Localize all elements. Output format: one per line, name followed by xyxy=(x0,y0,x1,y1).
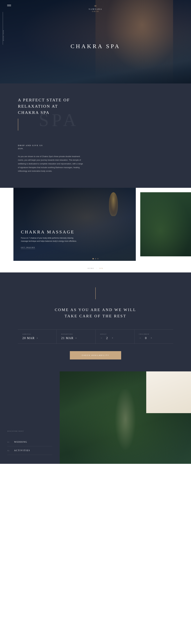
discover-num-02: 02 xyxy=(8,450,11,452)
glass-decoration xyxy=(109,192,118,216)
about-section: A PERFECT STATE OFRELAXATION ATCHAKRA SP… xyxy=(0,84,191,188)
breadcrumb: HOME / SPA xyxy=(88,268,103,269)
carousel-overlay xyxy=(14,188,136,261)
discover-name-activities: ACTIVITIES xyxy=(14,449,30,452)
carousel-dot-2[interactable] xyxy=(95,258,96,259)
vertical-accent-line xyxy=(18,119,18,130)
get-inquiry-button[interactable]: GET INQUIRY xyxy=(21,247,35,249)
carousel-dot-1[interactable] xyxy=(93,258,94,259)
departure-field: DEPARTURE 21 MAR ∧ xyxy=(57,330,96,344)
hero-model-image xyxy=(96,0,173,84)
discover-item-activities[interactable]: 02 ACTIVITIES xyxy=(8,446,52,455)
children-value-row: − 0 + xyxy=(139,336,169,340)
discover-left-panel: DISCOVER NEXT 01 WEDDING 02 ACTIVITIES xyxy=(0,372,60,464)
spa-watermark-container: SPA xyxy=(27,117,173,129)
discover-label: DISCOVER NEXT xyxy=(8,430,52,432)
discover-num-01: 01 xyxy=(8,441,11,443)
arrival-label: ARRIVAL xyxy=(22,334,52,335)
logo-infinity-icon: ∞ xyxy=(94,4,97,8)
adult-value: 2 xyxy=(105,336,109,340)
discover-section: DISCOVER NEXT 01 WEDDING 02 ACTIVITIES xyxy=(0,372,191,464)
discover-right-panel xyxy=(60,372,191,464)
booking-heading: COME AS YOU ARE AND WE WILL TAKE CARE OF… xyxy=(55,307,136,319)
breadcrumb-separator: / xyxy=(96,268,97,269)
drop-heading-area: DROP AND GIVE USZEN. xyxy=(18,136,173,150)
breadcrumb-bar: HOME / SPA xyxy=(0,262,191,272)
drop-heading: DROP AND GIVE USZEN. xyxy=(18,144,173,150)
hero-title: CHAKRA SPA xyxy=(71,43,120,50)
logo-sub: UBUD xyxy=(92,10,99,12)
departure-chevron-icon[interactable]: ∧ xyxy=(75,337,77,339)
check-availability-button[interactable]: CHECK AVAILABILITY xyxy=(70,351,121,360)
breadcrumb-home[interactable]: HOME xyxy=(88,268,94,269)
booking-accent-line xyxy=(95,287,96,299)
discover-figure xyxy=(110,389,140,464)
logo-name: SAMSARA xyxy=(89,8,102,10)
carousel-dot-3[interactable] xyxy=(97,258,98,259)
children-value: 0 xyxy=(144,336,148,340)
carousel-text-area: CHAKRA MASSAGE Focus on 7 chakras of you… xyxy=(21,229,78,249)
arrival-field: ARRIVAL 20 MAR ∧ xyxy=(18,330,57,344)
booking-form: ARRIVAL 20 MAR ∧ DEPARTURE 21 MAR ∧ ADUL… xyxy=(18,330,173,360)
adult-decrement-button[interactable]: − xyxy=(100,336,103,340)
carousel-description: Focus on 7 chakras of your body while pe… xyxy=(21,236,78,243)
discover-item-wedding[interactable]: 01 WEDDING xyxy=(8,438,52,446)
children-field: CHILDREN − 0 + xyxy=(134,330,173,344)
hero-section: BOOK NOW ∞ SAMSARA UBUD CHAKRA SPA xyxy=(0,0,191,84)
arrival-chevron-icon[interactable]: ∧ xyxy=(37,337,38,339)
top-navigation: ∞ SAMSARA UBUD xyxy=(0,4,191,12)
carousel-title: CHAKRA MASSAGE xyxy=(21,229,78,234)
children-decrement-button[interactable]: − xyxy=(139,336,142,340)
departure-value: 21 MAR xyxy=(61,336,74,340)
breadcrumb-current: SPA xyxy=(99,268,103,269)
discover-corner-image xyxy=(146,372,191,413)
carousel-main-slide: CHAKRA MASSAGE Focus on 7 chakras of you… xyxy=(14,188,136,261)
about-body-text: As you are shown to one of Chakra Spa's … xyxy=(18,155,84,173)
spa-watermark: SPA xyxy=(39,111,173,129)
arrival-value-row: 20 MAR ∧ xyxy=(22,336,52,340)
adult-field: ADULT − 2 + xyxy=(96,330,134,344)
adult-value-row: − 2 + xyxy=(100,336,130,340)
carousel-section: CHAKRA MASSAGE Focus on 7 chakras of you… xyxy=(0,188,191,262)
children-label: CHILDREN xyxy=(139,334,169,335)
adult-increment-button[interactable]: + xyxy=(111,336,114,340)
carousel-side-bg xyxy=(140,192,191,256)
children-increment-button[interactable]: + xyxy=(150,336,153,340)
book-now-vertical[interactable]: BOOK NOW xyxy=(3,30,4,41)
logo: ∞ SAMSARA UBUD xyxy=(89,4,102,12)
departure-label: DEPARTURE xyxy=(61,334,91,335)
arrival-value: 20 MAR xyxy=(22,336,35,340)
adult-label: ADULT xyxy=(100,334,130,335)
carousel-side-slide xyxy=(140,192,191,256)
discover-name-wedding: WEDDING xyxy=(14,441,27,443)
booking-fields: ARRIVAL 20 MAR ∧ DEPARTURE 21 MAR ∧ ADUL… xyxy=(18,330,173,344)
booking-section: COME AS YOU ARE AND WE WILL TAKE CARE OF… xyxy=(0,272,191,372)
carousel-dots xyxy=(93,258,98,259)
departure-value-row: 21 MAR ∧ xyxy=(61,336,91,340)
